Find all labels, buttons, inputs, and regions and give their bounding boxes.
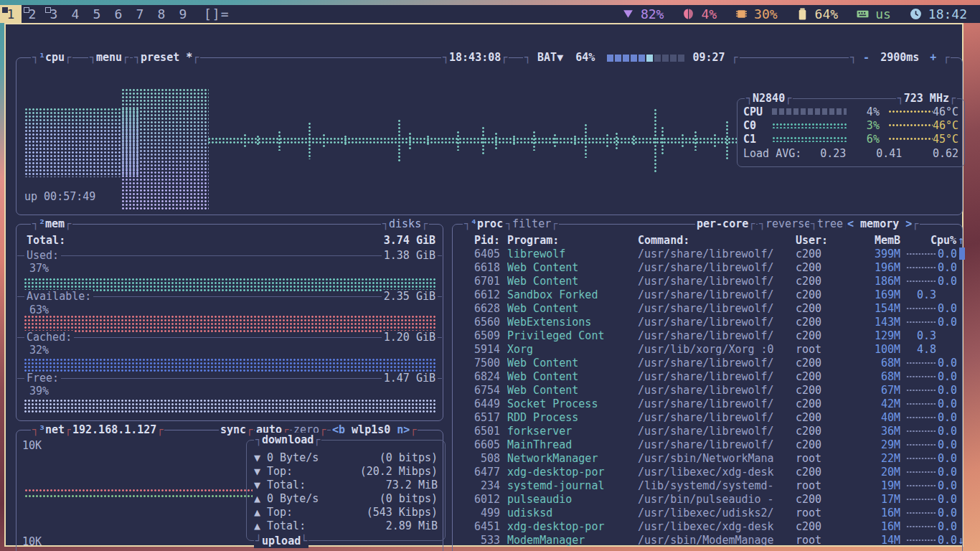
menu-button[interactable]: ┐menu┌ [88,50,130,65]
workspace-button-8[interactable]: 8 [151,5,172,23]
cpu-temp-meter [888,110,933,114]
cpu-history-graph-baseline [207,137,738,143]
process-row[interactable]: 499udisksd/usr/libexec/udisks2/root16M0.… [453,507,962,520]
workspace-button-1[interactable]: 1 [0,5,22,23]
cpu-brain-icon [682,8,694,20]
net-stat-row: ▲0 Byte/s(0 bitps) [254,492,438,506]
proc-tree-toggle[interactable]: ┐tree┌ [809,217,851,231]
proc-filter-button[interactable]: ┐filter┌ [504,217,559,231]
interval-plus-button[interactable]: + [930,51,936,64]
mem-box-title: ┐²mem┌ [31,217,72,231]
net-stat-row: ▲Total:2.89 MiB [254,519,438,533]
disks-toggle[interactable]: ┐disks┌ [381,217,429,231]
status-module-keyboard-icon: us [857,6,891,22]
col-header-program[interactable]: Program: [507,234,559,248]
col-header-command[interactable]: Command: [638,234,689,248]
preset-button[interactable]: ┐preset *┌ [133,50,200,65]
process-row[interactable]: 6477xdg-desktop-por/usr/libexec/xdg-desk… [453,466,962,479]
process-row[interactable]: 6501forkserver/usr/share/librewolf/c2003… [453,425,962,438]
workspace-button-9[interactable]: 9 [172,5,194,23]
proc-box: ┐⁴proc┌ ┐filter┌ per-core┌ ┐reverse┌ ┐tr… [452,224,963,551]
process-row[interactable]: 234systemd-journal/lib/systemd/systemd-r… [453,479,962,493]
col-header-mem[interactable]: MemB [849,234,900,248]
process-row[interactable]: 6560WebExtensions/usr/share/librewolf/c2… [453,316,962,329]
process-row[interactable]: 6701Web Content/usr/share/librewolf/c200… [453,275,962,288]
core1-usage-meter [772,136,847,142]
col-header-cpu[interactable]: Cpu% [905,234,956,248]
uptime-text: up 00:57:49 [24,190,95,203]
mem-free-graph [24,399,435,413]
terminal-window: ┐¹cpu┌ ┐menu┌ ┐preset *┌ ┐18:43:08┌ ┐ BA… [4,23,963,547]
status-modules: 82%4%30%64%us18:42 [622,6,980,22]
process-row[interactable]: 6605MainThread/usr/share/librewolf/c2002… [453,438,962,452]
mem-cached-row: Cached: 1.20 GiB [20,331,439,344]
mem-free-percent: 39% [29,385,49,397]
process-row[interactable]: 6405librewolf/usr/share/librewolf/c20039… [453,248,962,261]
battery-status: ┐ BAT▼ 64% 09:27 ┌ [523,50,740,65]
net-sync-button[interactable]: sync┌ [219,423,254,437]
process-row[interactable]: 6754Web Content/usr/share/librewolf/c200… [453,384,962,397]
process-row[interactable]: 6451xdg-desktop-por/usr/libexec/xdg-desk… [453,520,962,534]
cpu-usage-meter [772,108,847,115]
core0-temp-meter [888,123,933,128]
workspace-button-7[interactable]: 7 [129,5,151,23]
process-row[interactable]: 6618Web Content/usr/share/librewolf/c200… [453,261,962,275]
upload-label: ┘upload└ [254,534,308,548]
workspace-button-6[interactable]: 6 [108,5,129,23]
cpu-box-title: ┐¹cpu┌ [31,50,72,65]
workspace-list: 123456789 [0,5,194,23]
proc-per-core-toggle[interactable]: per-core┌ [695,217,756,231]
cpu-box: ┐¹cpu┌ ┐menu┌ ┐preset *┌ ┐18:43:08┌ ┐ BA… [16,57,963,215]
process-row[interactable]: 508NetworkManager/usr/sbin/NetworkManaro… [453,452,962,466]
layout-symbol[interactable]: []= [204,6,230,22]
cpu-total-row: CPU 4% 46°C [743,105,958,118]
status-bar: 123456789 []= 82%4%30%64%us18:42 [0,5,980,23]
process-row[interactable]: 6509Privileged Cont/usr/share/librewolf/… [453,329,962,343]
workspace-button-5[interactable]: 5 [86,5,108,23]
workspace-button-4[interactable]: 4 [65,5,86,23]
interval-minus-button[interactable]: - [863,51,870,64]
net-upload-graph [24,494,253,498]
net-stats-box: ┐download┌ ▼0 Byte/s(0 bitps)▼Top:(20.2 … [246,440,446,541]
net-stat-row: ▲Top:(543 Kibps) [254,506,438,519]
net-ip-address: 192.168.1.127┌ [71,423,164,437]
cpu-model: ┐N2840┌ [745,91,793,105]
cpu-frequency: ┐723 MHz┌ [896,91,957,105]
col-header-pid[interactable]: Pid: [458,234,500,248]
desktop: 123456789 []= 82%4%30%64%us18:42 ┐¹cpu┌ … [0,0,980,551]
col-header-user[interactable]: User: [796,234,828,248]
mem-free-row: Free: 1.47 GiB [20,372,439,385]
scroll-down-indicator: ↓ [958,534,968,547]
process-row[interactable]: 6612Sandbox Forked/usr/share/librewolf/c… [453,288,962,302]
mem-box: ┐²mem┌ ┐disks┌ Total: 3.74 GiB Used: 1.3… [16,224,443,421]
net-interface-switcher[interactable]: <b wlp1s0 n>┌ [331,423,418,437]
process-row[interactable]: 533ModemManager/usr/sbin/ModemManageroot… [453,534,962,547]
process-row[interactable]: 6824Web Content/usr/share/librewolf/c200… [453,370,962,384]
cpu-info-box: ┐N2840┌ ┐723 MHz┌ CPU 4% 46°C C0 3% 46°C [737,98,965,167]
battery-percent: 64% [575,51,595,64]
net-download-graph [24,489,253,492]
process-row[interactable]: 6628Web Content/usr/share/librewolf/c200… [453,302,962,316]
load-avg-label: Load AVG: [743,147,801,160]
process-row[interactable]: 5914Xorg/usr/lib/xorg/Xorg :0root100M4.8 [453,343,962,357]
mem-used-percent: 37% [29,262,49,275]
process-row[interactable]: 7500Web Content/usr/share/librewolf/c200… [453,357,962,370]
volume-down-icon [622,8,634,20]
workspace-button-3[interactable]: 3 [43,5,65,23]
process-row[interactable]: 6517RDD Process/usr/share/librewolf/c200… [453,411,962,425]
process-row[interactable]: 6012pulseaudio/usr/bin/pulseaudio -c2001… [453,493,962,507]
mem-used-row: Used: 1.38 GiB [20,249,439,262]
proc-sort-selector[interactable]: < memory >┌ [846,217,920,231]
mem-cached-percent: 32% [29,344,49,357]
core0-row: C0 3% 46°C [743,118,958,132]
bpytop-app: ┐¹cpu┌ ┐menu┌ ┐preset *┌ ┐18:43:08┌ ┐ BA… [6,24,962,545]
status-module-ram-chip-icon: 30% [735,6,778,22]
core1-temp-meter [888,137,933,141]
mem-available-graph [24,315,435,332]
workspace-button-2[interactable]: 2 [22,5,43,23]
net-stat-row: ▼Top:(20.2 Mibps) [254,465,438,479]
scroll-up-indicator[interactable]: ↑ [958,234,964,247]
net-stat-row: ▼Total:73.2 MiB [254,479,438,492]
mem-available-row: Available: 2.35 GiB [20,290,439,303]
process-row[interactable]: 6449Socket Process/usr/share/librewolf/c… [453,397,962,411]
